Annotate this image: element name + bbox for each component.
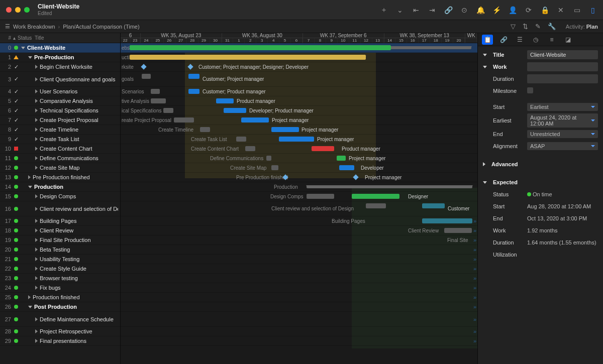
earliest-select[interactable]: August 24, 2020 at 12:00 AM bbox=[527, 113, 598, 128]
inspector-tab-info[interactable]: 📋 bbox=[482, 35, 493, 45]
title-field[interactable] bbox=[527, 50, 598, 59]
duration-field[interactable] bbox=[527, 74, 598, 83]
col-header-status[interactable]: Status bbox=[18, 35, 33, 41]
panel-icon[interactable]: ▯ bbox=[589, 6, 597, 14]
col-header-title[interactable]: Title bbox=[35, 35, 44, 41]
task-row[interactable]: 1Pre-Production bbox=[0, 53, 120, 62]
milestone-diamond-icon[interactable] bbox=[353, 174, 358, 180]
gantt-row[interactable]: Design CompsDesigner bbox=[121, 192, 477, 201]
wrench-icon[interactable]: 🔧 bbox=[548, 23, 556, 30]
task-row[interactable]: 22Create Style Guide bbox=[0, 264, 120, 274]
milestone-checkbox[interactable] bbox=[527, 87, 533, 93]
gantt-bar[interactable] bbox=[422, 218, 472, 223]
gantt-row[interactable]: Create Task ListProject manager bbox=[121, 135, 477, 144]
screen-icon[interactable]: ▭ bbox=[573, 6, 581, 14]
task-row[interactable]: 26Post Production bbox=[0, 302, 120, 312]
task-row[interactable]: 14Production bbox=[0, 182, 120, 192]
inspector-tab-time[interactable]: ◷ bbox=[530, 35, 541, 45]
gantt-bar[interactable] bbox=[312, 146, 334, 151]
gantt-row[interactable]: » bbox=[121, 264, 477, 274]
gantt-bar[interactable] bbox=[130, 45, 391, 50]
gantt-bar[interactable] bbox=[245, 146, 255, 151]
gantt-bar[interactable] bbox=[422, 203, 445, 208]
minimize-window-icon[interactable] bbox=[15, 7, 21, 13]
breadcrumb-a[interactable]: Work Breakdown bbox=[13, 24, 55, 30]
gantt-row[interactable]: ScenariosCustomer; Product manager bbox=[121, 87, 477, 96]
task-row[interactable]: 9✓Create Task List bbox=[0, 135, 120, 144]
task-row[interactable]: 29Final presentations bbox=[0, 336, 120, 346]
gantt-row[interactable]: tive AnalysisProduct manager bbox=[121, 96, 477, 106]
inspector-tab-list[interactable]: ☰ bbox=[514, 35, 525, 45]
end-select[interactable]: Unrestricted bbox=[527, 130, 598, 138]
breadcrumb[interactable]: ☰ Work Breakdown › Plan/Actual Compariso… bbox=[5, 23, 140, 30]
disclosure-icon[interactable] bbox=[21, 47, 25, 49]
gantt-bar[interactable] bbox=[307, 185, 472, 188]
gantt-row[interactable]: Pre Production finishedProject manager bbox=[121, 173, 477, 182]
gantt-bar[interactable] bbox=[271, 165, 278, 170]
task-row[interactable]: 25Production finished bbox=[0, 293, 120, 302]
task-row[interactable]: 15Design Comps bbox=[0, 192, 120, 201]
gantt-bar[interactable] bbox=[352, 194, 399, 199]
gantt-bar[interactable] bbox=[266, 156, 271, 161]
gantt-bar[interactable] bbox=[130, 55, 366, 60]
gantt-row[interactable]: Create TimelineProject manager bbox=[121, 125, 477, 135]
add-icon[interactable]: ＋ bbox=[380, 6, 388, 14]
gantt-row[interactable]: Building Pages» bbox=[121, 216, 477, 226]
gantt-bar[interactable] bbox=[279, 137, 314, 142]
tools-icon[interactable]: ✕ bbox=[557, 6, 565, 14]
task-row[interactable]: 17Building Pages bbox=[0, 216, 120, 226]
inspector-tab-edit[interactable]: ◪ bbox=[562, 35, 573, 45]
inspector-expected-row[interactable]: Expected bbox=[483, 177, 598, 188]
gantt-body[interactable]: ebsiteuctionrksiteCustomer; Project mana… bbox=[121, 43, 477, 346]
more-icon[interactable]: ⊙ bbox=[460, 6, 468, 14]
gantt-bar[interactable] bbox=[241, 117, 269, 123]
gantt-row[interactable]: reate Project ProposalProject manager bbox=[121, 115, 477, 125]
zoom-window-icon[interactable] bbox=[24, 7, 30, 13]
gantt-row[interactable]: » bbox=[121, 283, 477, 293]
task-row[interactable]: 10Create Content Chart bbox=[0, 144, 120, 154]
gantt-row[interactable]: » bbox=[121, 293, 477, 302]
milestone-diamond-icon[interactable] bbox=[141, 64, 146, 69]
gantt-bar[interactable] bbox=[216, 98, 234, 103]
task-row[interactable]: 4✓User Scenarios bbox=[0, 87, 120, 96]
gantt-row[interactable]: rksiteCustomer; Project manager; Designe… bbox=[121, 62, 477, 72]
gantt-row[interactable]: » bbox=[121, 274, 477, 283]
gantt-bar[interactable] bbox=[444, 228, 472, 233]
gantt-bar[interactable] bbox=[366, 203, 386, 208]
task-row[interactable]: 24Fix bugs bbox=[0, 283, 120, 293]
task-row[interactable]: 20Beta Testing bbox=[0, 245, 120, 255]
gantt-bar[interactable] bbox=[163, 108, 173, 113]
dropdown-icon[interactable]: ⌄ bbox=[396, 6, 404, 14]
gantt-row[interactable]: ical SpecificationsDeveloper; Product ma… bbox=[121, 106, 477, 115]
sort-icon[interactable]: ⇅ bbox=[523, 23, 528, 30]
gantt-row[interactable]: uction bbox=[121, 53, 477, 62]
gantt-bar[interactable] bbox=[339, 165, 354, 170]
gantt-bar[interactable] bbox=[151, 98, 166, 103]
gantt-row[interactable]: ebsite bbox=[121, 43, 477, 53]
task-row[interactable]: 18Client Review bbox=[0, 226, 120, 235]
task-row[interactable]: 13Pre Production finished bbox=[0, 173, 120, 182]
gantt-row[interactable]: » bbox=[121, 336, 477, 346]
bell-icon[interactable]: 🔔 bbox=[476, 6, 484, 14]
task-row[interactable]: 23Browser testing bbox=[0, 274, 120, 283]
highlight-icon[interactable]: ✎ bbox=[535, 23, 541, 30]
gantt-bar[interactable] bbox=[174, 117, 194, 123]
task-row[interactable]: 0Client-Website bbox=[0, 43, 120, 53]
disclosure-icon[interactable] bbox=[28, 306, 32, 308]
disclosure-icon[interactable] bbox=[28, 186, 32, 188]
gantt-bar[interactable] bbox=[188, 89, 199, 94]
indent-right-icon[interactable]: ⇥ bbox=[428, 6, 436, 14]
task-row[interactable]: 27Define Maintenance Schedule bbox=[0, 312, 120, 327]
gantt-bar[interactable] bbox=[224, 108, 246, 113]
inspector-advanced-row[interactable]: Advanced bbox=[483, 159, 598, 170]
start-select[interactable]: Earliest bbox=[527, 103, 598, 111]
col-header-num[interactable]: # bbox=[2, 35, 11, 41]
gantt-bar[interactable] bbox=[151, 89, 160, 94]
gantt-row[interactable]: goalsCustomer; Project manager bbox=[121, 72, 477, 87]
gantt-bar[interactable] bbox=[236, 137, 246, 142]
work-field[interactable] bbox=[527, 62, 598, 71]
alignment-select[interactable]: ASAP bbox=[527, 142, 598, 150]
breadcrumb-b[interactable]: Plan/Actual Comparison (Time) bbox=[63, 24, 139, 30]
gantt-bar[interactable] bbox=[200, 127, 210, 132]
task-row[interactable]: 28Project Retrospective bbox=[0, 327, 120, 336]
